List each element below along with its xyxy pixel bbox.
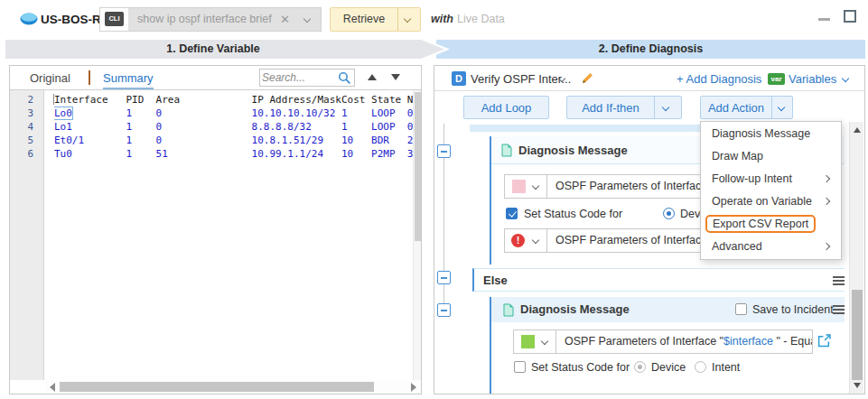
step-define-variable[interactable]: 1. Define Variable	[5, 40, 444, 59]
command-text: show ip ospf interface brief	[137, 13, 272, 25]
retrieve-dropdown-icon[interactable]	[404, 15, 411, 23]
set-status-checkbox[interactable]	[514, 361, 526, 373]
tab-original[interactable]: Original	[30, 71, 70, 85]
left-horizontal-scrollbar[interactable]	[45, 380, 421, 394]
scroll-up-icon[interactable]	[854, 127, 861, 133]
message-row-green[interactable]: OSPF Parameters of Interface "$interface…	[513, 329, 813, 354]
line-number: 6	[10, 147, 43, 161]
menu-item-export-csv-report[interactable]: Export CSV Report	[701, 213, 841, 236]
variables-dropdown[interactable]: Variables	[789, 72, 836, 86]
add-action-menu: Diagnosis MessageDraw MapFollow-up Inten…	[700, 121, 842, 260]
set-status-label: Set Status Code for	[524, 208, 622, 220]
with-label: with	[431, 13, 453, 25]
line-number: 3	[10, 107, 43, 120]
submenu-arrow-icon	[823, 175, 830, 182]
message-suffix: " - Equal to B	[773, 335, 813, 348]
left-panel-header: Original Summary	[10, 66, 421, 90]
left-vertical-scrollbar-thumb[interactable]	[415, 92, 421, 241]
minimize-icon[interactable]	[818, 18, 830, 21]
define-diagnosis-panel: D Verify OSPF Inter... + Add Diagnosis v…	[434, 65, 865, 394]
app-window: US-BOS-R1 CLI show ip ospf interface bri…	[0, 0, 868, 399]
message-text[interactable]: OSPF Parameters of Interface "	[555, 234, 714, 246]
device-radio[interactable]	[634, 361, 646, 373]
intent-radio[interactable]	[695, 361, 706, 373]
retrieve-button[interactable]: Retrieve	[331, 8, 397, 31]
add-loop-label: Add Loop	[464, 101, 548, 115]
menu-item-label: Operate on Variable	[712, 195, 812, 208]
tab-summary[interactable]: Summary	[103, 71, 154, 89]
code-line[interactable]: Lo1 1 0 8.8.8.8/32 1 LOOP 0/0	[54, 120, 421, 134]
message-prefix: OSPF Parameters of Interface "	[565, 335, 723, 348]
menu-item-follow-up-intent[interactable]: Follow-up Intent	[701, 168, 841, 190]
swatch-chevron-icon[interactable]	[532, 237, 539, 244]
menu-item-draw-map[interactable]: Draw Map	[701, 145, 841, 168]
cli-badge: CLI	[105, 12, 124, 26]
collapse-toggle[interactable]	[437, 271, 451, 284]
add-if-then-button[interactable]: Add If-then	[566, 96, 682, 119]
menu-item-label: Draw Map	[712, 150, 763, 162]
swatch-chevron-icon[interactable]	[541, 338, 548, 345]
code-line[interactable]: Et0/1 1 0 10.8.1.51/29 10 BDR 2/2	[54, 134, 421, 147]
code-line[interactable]: Interface PID Area IP Address/MaskCost S…	[54, 93, 421, 107]
drag-handle-icon[interactable]	[833, 309, 845, 311]
code-line[interactable]: Lo0 1 0 10.10.10.10/32 1 LOOP 0/0	[54, 107, 421, 120]
submenu-arrow-icon	[823, 198, 830, 205]
else-branch-row[interactable]: Else	[472, 268, 845, 292]
save-to-incident-checkbox[interactable]	[735, 303, 747, 315]
selected-variable[interactable]: Lo0	[54, 107, 72, 119]
save-to-incident-label: Save to Incident	[752, 303, 834, 316]
search-input[interactable]	[262, 70, 334, 86]
collapse-toggle[interactable]	[437, 303, 451, 317]
command-dropdown-icon[interactable]	[303, 15, 311, 23]
line-number: 5	[10, 134, 43, 147]
step-define-diagnosis[interactable]: 2. Define Diagnosis	[436, 40, 865, 59]
clear-command-icon[interactable]: ✕	[280, 13, 290, 26]
set-status-checkbox[interactable]	[506, 208, 518, 219]
add-action-label: Add Action	[701, 101, 771, 115]
scroll-down-icon[interactable]	[854, 383, 861, 388]
edit-pencil-icon[interactable]	[581, 71, 594, 85]
red-status-icon[interactable]: !	[511, 234, 525, 247]
right-vertical-scrollbar-thumb[interactable]	[852, 290, 863, 380]
scroll-right-icon[interactable]	[411, 383, 416, 392]
command-input[interactable]: CLI show ip ospf interface brief ✕	[99, 7, 322, 32]
collapse-toggle[interactable]	[437, 144, 451, 158]
cli-output-view[interactable]: 23456 Interface PID Area IP Address/Mask…	[10, 90, 421, 380]
swatch-chevron-icon[interactable]	[532, 182, 539, 190]
search-icon[interactable]	[338, 71, 351, 85]
left-horizontal-scrollbar-thumb[interactable]	[60, 382, 374, 392]
variables-chevron-icon[interactable]	[842, 75, 849, 82]
menu-item-operate-on-variable[interactable]: Operate on Variable	[701, 190, 841, 213]
tab-divider	[89, 70, 90, 85]
diagnosis-name-dropdown[interactable]: Verify OSPF Inter...	[471, 72, 571, 86]
add-diagnosis-button[interactable]: + Add Diagnosis	[677, 72, 761, 86]
green-color-swatch[interactable]	[521, 335, 535, 348]
diagnosis-message-header: Diagnosis Message Save to Incident	[491, 297, 845, 322]
add-if-then-chevron-icon[interactable]	[662, 104, 669, 111]
message-text[interactable]: OSPF Parameters of Interface "	[555, 180, 714, 192]
message-text[interactable]: OSPF Parameters of Interface "$interface…	[565, 335, 813, 348]
right-vertical-scrollbar[interactable]	[849, 122, 863, 394]
maximize-icon[interactable]	[844, 10, 856, 23]
find-next-button[interactable]	[391, 74, 400, 80]
left-vertical-scrollbar[interactable]	[413, 90, 421, 380]
add-loop-button[interactable]: Add Loop	[463, 96, 549, 119]
drag-handle-icon[interactable]	[833, 280, 845, 282]
menu-item-advanced[interactable]: Advanced	[701, 236, 841, 258]
define-variable-panel: Original Summary 23456 Interface PID Are…	[9, 65, 422, 394]
menu-item-diagnosis-message[interactable]: Diagnosis Message	[701, 123, 841, 145]
add-action-button[interactable]: Add Action	[700, 96, 793, 119]
router-icon	[20, 13, 38, 25]
device-radio[interactable]	[663, 208, 675, 219]
open-external-icon[interactable]	[817, 334, 831, 348]
button-divider	[771, 97, 772, 118]
find-previous-button[interactable]	[368, 74, 377, 80]
scroll-left-icon[interactable]	[50, 383, 55, 392]
command-input-body[interactable]: show ip ospf interface brief ✕	[128, 8, 321, 31]
set-status-label: Set Status Code for	[531, 361, 630, 374]
message-doc-icon	[501, 144, 512, 157]
live-data-label: Live Data	[457, 13, 505, 25]
code-line[interactable]: Tu0 1 51 10.99.1.1/24 10 P2MP 3/3	[54, 147, 421, 161]
pink-color-swatch[interactable]	[512, 180, 526, 193]
add-action-chevron-icon[interactable]	[778, 104, 785, 111]
